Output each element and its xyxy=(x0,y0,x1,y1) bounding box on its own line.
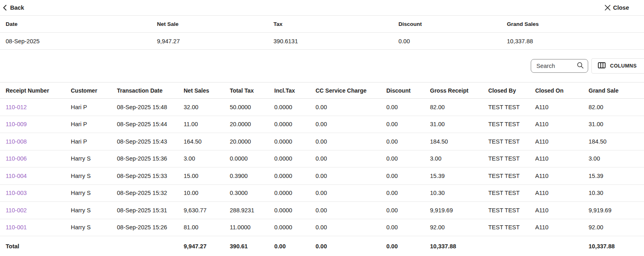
total-cell: 9,947.27 xyxy=(184,243,230,250)
table-cell: A110 xyxy=(535,121,589,127)
column-header: Closed On xyxy=(535,87,589,94)
summary-value-net-sale: 9,947.27 xyxy=(157,38,273,44)
table-cell: 0.0000 xyxy=(274,104,316,110)
total-cell: 0.00 xyxy=(274,243,316,250)
table-cell: 0.0000 xyxy=(274,190,316,196)
summary-value-tax: 390.6131 xyxy=(273,38,398,44)
receipt-link[interactable]: 110-002 xyxy=(6,207,71,214)
table-cell: 10.00 xyxy=(184,190,230,196)
table-cell: 0.00 xyxy=(386,138,430,145)
table-cell: TEST TEST xyxy=(488,138,535,145)
search-input[interactable] xyxy=(536,62,577,70)
table-cell: 08-Sep-2025 15:43 xyxy=(117,138,184,145)
table-row: 110-003Harry S08-Sep-2025 15:3210.000.30… xyxy=(0,185,644,202)
receipt-link[interactable]: 110-006 xyxy=(6,155,71,162)
receipt-link[interactable]: 110-012 xyxy=(6,104,71,110)
summary-header-tax: Tax xyxy=(273,21,398,27)
top-bar: Back Close xyxy=(0,0,644,16)
view-columns-icon xyxy=(598,62,606,70)
table-row: 110-002Harry S08-Sep-2025 15:319,630.772… xyxy=(0,202,644,219)
column-header: Gross Receipt xyxy=(430,87,488,94)
close-label: Close xyxy=(613,4,629,11)
table-cell: 0.00 xyxy=(386,190,430,196)
total-cell: 390.61 xyxy=(230,243,274,250)
table-row: 110-009Hari P08-Sep-2025 15:4411.0020.00… xyxy=(0,116,644,133)
table-cell: A110 xyxy=(535,155,589,162)
close-button[interactable]: Close xyxy=(605,4,629,11)
summary-header-net-sale: Net Sale xyxy=(157,21,273,27)
receipt-link[interactable]: 110-009 xyxy=(6,121,71,127)
close-icon xyxy=(605,5,610,11)
column-header: Net Sales xyxy=(184,87,230,94)
table-row: 110-004Harry S08-Sep-2025 15:3315.000.39… xyxy=(0,167,644,185)
column-header: CC Service Charge xyxy=(316,87,386,94)
table-cell: 08-Sep-2025 15:32 xyxy=(117,190,184,196)
receipts-table: Receipt NumberCustomerTransaction DateNe… xyxy=(0,82,644,256)
chevron-left-icon xyxy=(2,5,7,11)
column-header: Incl.Tax xyxy=(274,87,316,94)
column-header: Total Tax xyxy=(230,87,274,94)
table-cell: 0.00 xyxy=(316,224,386,231)
summary-header-date: Date xyxy=(6,21,157,27)
summary-header-grand-sales: Grand Sales xyxy=(507,21,644,27)
table-cell: TEST TEST xyxy=(488,155,535,162)
table-cell: 184.50 xyxy=(430,138,488,145)
table-cell: 08-Sep-2025 15:33 xyxy=(117,173,184,179)
table-cell: 0.0000 xyxy=(274,155,316,162)
summary-header-row: Date Net Sale Tax Discount Grand Sales xyxy=(0,16,644,33)
table-row: 110-001Harry S08-Sep-2025 15:2681.0011.0… xyxy=(0,219,644,237)
table-cell: 3.00 xyxy=(430,155,488,162)
back-label: Back xyxy=(10,4,24,11)
table-cell: Harry S xyxy=(71,173,117,179)
table-toolbar: COLUMNS xyxy=(0,50,644,82)
receipt-link[interactable]: 110-008 xyxy=(6,138,71,145)
table-cell: Hari P xyxy=(71,121,117,127)
total-cell: 0.00 xyxy=(386,243,430,250)
table-header-row: Receipt NumberCustomerTransaction DateNe… xyxy=(0,82,644,99)
table-cell: 0.00 xyxy=(386,224,430,231)
column-header: Grand Sale xyxy=(589,87,644,94)
table-cell: Hari P xyxy=(71,138,117,145)
table-cell: 81.00 xyxy=(184,224,230,231)
search-box[interactable] xyxy=(531,59,588,73)
table-cell: 0.00 xyxy=(316,121,386,127)
table-cell: 164.50 xyxy=(184,138,230,145)
table-cell: Harry S xyxy=(71,155,117,162)
table-cell: 20.0000 xyxy=(230,121,274,127)
table-cell: TEST TEST xyxy=(488,104,535,110)
table-cell: 0.3900 xyxy=(230,173,274,179)
table-cell: 0.00 xyxy=(316,104,386,110)
column-header: Receipt Number xyxy=(6,87,71,94)
table-row: 110-012Hari P08-Sep-2025 15:4832.0050.00… xyxy=(0,99,644,116)
table-cell: 32.00 xyxy=(184,104,230,110)
table-row: 110-008Hari P08-Sep-2025 15:43164.5020.0… xyxy=(0,133,644,150)
total-cell: 10,337.88 xyxy=(430,243,488,250)
receipt-link[interactable]: 110-004 xyxy=(6,173,71,179)
table-cell: 9,630.77 xyxy=(184,207,230,214)
table-cell: 0.00 xyxy=(386,173,430,179)
column-header: Discount xyxy=(386,87,430,94)
table-cell: 0.00 xyxy=(316,155,386,162)
columns-button[interactable]: COLUMNS xyxy=(591,58,644,74)
table-cell: 0.0000 xyxy=(274,207,316,214)
table-cell: 0.00 xyxy=(316,173,386,179)
table-cell: 0.00 xyxy=(386,104,430,110)
table-cell: 15.00 xyxy=(184,173,230,179)
table-cell: TEST TEST xyxy=(488,121,535,127)
table-cell: TEST TEST xyxy=(488,224,535,231)
table-cell: 08-Sep-2025 15:26 xyxy=(117,224,184,231)
table-cell: 08-Sep-2025 15:36 xyxy=(117,155,184,162)
receipt-link[interactable]: 110-003 xyxy=(6,190,71,196)
back-button[interactable]: Back xyxy=(2,4,24,11)
table-cell: 08-Sep-2025 15:44 xyxy=(117,121,184,127)
table-cell: TEST TEST xyxy=(488,207,535,214)
table-cell: 0.0000 xyxy=(274,121,316,127)
columns-label: COLUMNS xyxy=(610,63,637,69)
receipt-link[interactable]: 110-001 xyxy=(6,224,71,231)
table-cell: A110 xyxy=(535,207,589,214)
table-cell: 0.3000 xyxy=(230,190,274,196)
table-cell: 08-Sep-2025 15:48 xyxy=(117,104,184,110)
table-cell: 184.50 xyxy=(589,138,644,145)
table-cell: 11.0000 xyxy=(230,224,274,231)
table-cell: 0.00 xyxy=(386,207,430,214)
